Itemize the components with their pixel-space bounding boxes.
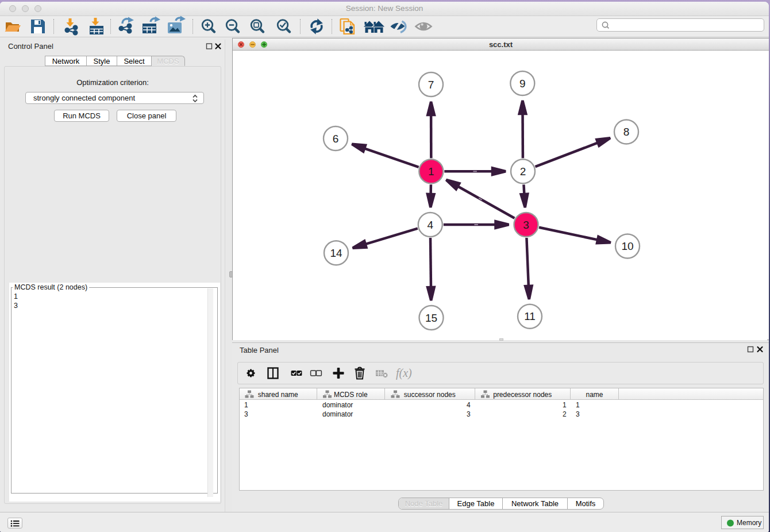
svg-text:2: 2 [520, 165, 526, 178]
svg-text:14: 14 [330, 247, 342, 259]
svg-text:9: 9 [519, 78, 526, 90]
svg-text:3: 3 [523, 219, 529, 231]
svg-text:11: 11 [524, 310, 536, 322]
svg-text:15: 15 [425, 312, 437, 324]
svg-text:7: 7 [428, 79, 434, 91]
svg-text:6: 6 [333, 133, 339, 145]
svg-text:8: 8 [623, 126, 630, 138]
svg-text:4: 4 [428, 219, 434, 231]
svg-text:10: 10 [621, 240, 633, 252]
svg-text:f(x): f(x) [396, 367, 412, 380]
svg-text:1: 1 [428, 165, 434, 178]
